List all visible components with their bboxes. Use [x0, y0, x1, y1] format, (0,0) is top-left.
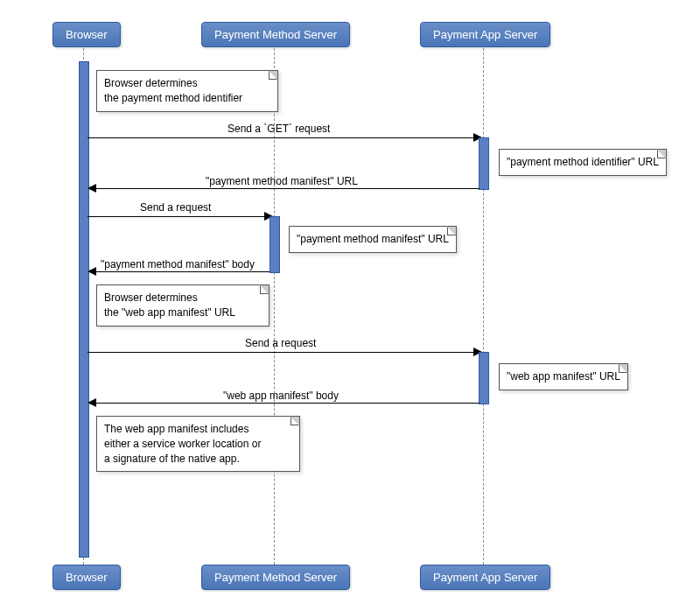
participant-pms-bottom: Payment Method Server	[201, 565, 350, 590]
activation-browser	[79, 61, 89, 558]
msg-send-request-pas: Send a request	[245, 337, 316, 349]
note-text: "payment method identifier" URL	[507, 156, 659, 168]
note-text: a signature of the native app.	[104, 453, 240, 465]
note-text: "web app manifest" URL	[507, 370, 620, 383]
note-identifier-url: "payment method identifier" URL	[499, 149, 667, 176]
participant-pas-top: Payment App Server	[420, 22, 550, 47]
participant-pas-bottom: Payment App Server	[420, 565, 550, 590]
msg-line	[88, 137, 479, 138]
note-text: Browser determines	[104, 77, 198, 89]
note-manifest-url: "payment method manifest" URL	[289, 226, 457, 253]
note-determine-webapp: Browser determines the "web app manifest…	[96, 284, 270, 327]
note-text: "payment method manifest" URL	[297, 233, 449, 245]
participant-browser-top: Browser	[52, 22, 121, 47]
msg-line	[88, 216, 270, 217]
msg-line	[96, 188, 480, 189]
note-determine-identifier: Browser determines the payment method id…	[96, 70, 278, 112]
note-webapp-url: "web app manifest" URL	[499, 363, 628, 390]
msg-manifest-url-return: "payment method manifest" URL	[206, 175, 358, 187]
sequence-diagram: Browser Payment Method Server Payment Ap…	[18, 18, 682, 595]
msg-send-request-pms: Send a request	[140, 201, 211, 214]
activation-pms	[270, 216, 280, 273]
note-webapp-includes: The web app manifest includes either a s…	[96, 416, 300, 472]
lifeline-pas	[483, 48, 485, 565]
note-text: Browser determines	[104, 291, 198, 304]
arrow-icon	[88, 184, 96, 193]
note-text: the "web app manifest" URL	[104, 306, 235, 319]
arrow-icon	[88, 267, 96, 276]
msg-line	[96, 403, 480, 404]
note-text: either a service worker location or	[104, 438, 261, 450]
activation-pas-1	[479, 137, 489, 190]
participant-browser-bottom: Browser	[52, 565, 121, 590]
msg-get-request: Send a `GET` request	[228, 123, 330, 135]
msg-line	[88, 352, 479, 353]
participant-pms-top: Payment Method Server	[201, 22, 350, 47]
msg-line	[96, 271, 270, 272]
msg-webapp-body: "web app manifest" body	[223, 390, 339, 402]
note-text: the payment method identifier	[104, 92, 242, 104]
msg-manifest-body: "payment method manifest" body	[101, 258, 255, 270]
activation-pas-2	[479, 352, 489, 404]
arrow-icon	[88, 398, 96, 407]
note-text: The web app manifest includes	[104, 423, 248, 435]
